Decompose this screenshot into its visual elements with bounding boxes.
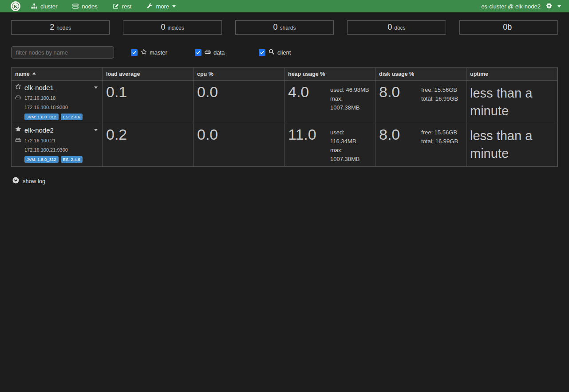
- node-actions-dropdown[interactable]: [94, 86, 98, 89]
- node-transport-address: 172.16.100.21:9300: [24, 147, 68, 153]
- cluster-status: es-cluster @ elk-node2: [481, 3, 541, 10]
- stat-box-size: 0b: [459, 20, 558, 35]
- column-header-label: uptime: [470, 71, 488, 77]
- sitemap-icon: [31, 3, 37, 9]
- stat-box-docs: 0 docs: [347, 20, 446, 35]
- stat-value: 0b: [503, 23, 512, 32]
- checkbox-label: client: [269, 49, 291, 56]
- master-eligible-star-icon: [15, 83, 21, 91]
- node-actions-dropdown[interactable]: [94, 129, 98, 131]
- checkbox-text: master: [150, 49, 167, 56]
- filter-row: master data client: [11, 46, 558, 59]
- column-header-cpu[interactable]: cpu %: [194, 68, 284, 81]
- column-header-load[interactable]: load average: [103, 68, 194, 81]
- nav-item-rest[interactable]: rest: [113, 3, 132, 10]
- kopf-logo[interactable]: K: [11, 1, 20, 11]
- cpu-value: 0.0: [197, 83, 281, 101]
- load-average-value: 0.2: [106, 126, 190, 143]
- edit-icon: [113, 3, 119, 9]
- disk-usage-cell: 8.0 free: 15.56GB total: 16.99GB: [375, 81, 466, 123]
- show-log-label: show log: [23, 178, 45, 184]
- stat-value: 2: [50, 23, 54, 32]
- checkbox-label: master: [141, 49, 167, 56]
- disk-total: total: 16.99GB: [421, 94, 458, 103]
- disk-total: total: 16.99GB: [421, 137, 458, 146]
- nav-item-label: cluster: [40, 3, 57, 10]
- disk-details: free: 15.56GB total: 16.99GB: [421, 126, 458, 146]
- node-address: 172.16.100.21: [24, 138, 55, 143]
- kopf-logo-letter: K: [12, 3, 19, 10]
- table-row: elk-node2 172.16.100.21 172.16.100.21:93…: [12, 123, 557, 167]
- star-icon: [141, 49, 147, 56]
- uptime-cell: less than a minute: [466, 81, 557, 123]
- es-version-badge: ES: 2.4.6: [61, 114, 83, 120]
- nav-item-label: rest: [122, 3, 132, 10]
- hdd-icon: [15, 137, 21, 144]
- checkbox-checked-icon[interactable]: [259, 49, 265, 56]
- navbar-menu: cluster nodes rest more: [31, 3, 176, 10]
- column-header-uptime[interactable]: uptime: [466, 68, 557, 81]
- column-header-label: cpu %: [197, 71, 213, 77]
- elected-master-star-icon: [15, 126, 21, 134]
- chevron-down-icon: [172, 5, 176, 8]
- load-average-value: 0.1: [106, 83, 190, 101]
- chevron-down-icon[interactable]: [557, 5, 561, 8]
- stat-label: nodes: [56, 25, 71, 31]
- nav-item-label: more: [156, 3, 169, 10]
- hdd-icon: [205, 49, 211, 56]
- gear-icon[interactable]: [546, 3, 552, 10]
- node-name-cell: elk-node2 172.16.100.21 172.16.100.21:93…: [12, 123, 103, 167]
- show-log-toggle[interactable]: show log: [12, 177, 558, 185]
- disk-percent: 8.0: [379, 126, 421, 143]
- heap-usage-cell: 4.0 used: 46.98MB max: 1007.38MB: [284, 81, 375, 123]
- disk-free: free: 15.56GB: [421, 128, 458, 137]
- node-name: elk-node1: [24, 84, 54, 91]
- nodes-table: name load average cpu % heap usage % dis…: [11, 67, 558, 167]
- checkbox-text: client: [277, 49, 291, 56]
- search-icon: [269, 49, 275, 56]
- column-header-disk[interactable]: disk usage %: [375, 68, 466, 81]
- cpu-cell: 0.0: [194, 81, 284, 123]
- stat-label: indices: [167, 25, 184, 31]
- column-header-label: load average: [106, 71, 140, 77]
- stat-box-shards: 0 shards: [235, 20, 334, 35]
- nav-item-cluster[interactable]: cluster: [31, 3, 57, 10]
- node-name-cell: elk-node1 172.16.100.18 172.16.100.18:93…: [12, 81, 103, 123]
- disk-usage-cell: 8.0 free: 15.56GB total: 16.99GB: [375, 123, 466, 167]
- uptime-value: less than a minute: [470, 83, 553, 120]
- jvm-version-badge: JVM: 1.8.0_312: [24, 156, 59, 163]
- stat-box-nodes: 2 nodes: [11, 20, 110, 35]
- filter-nodes-input[interactable]: [11, 46, 114, 59]
- hdd-icon: [15, 94, 21, 102]
- checkbox-label: data: [205, 49, 225, 56]
- column-header-heap[interactable]: heap usage %: [284, 68, 375, 81]
- nav-item-more[interactable]: more: [146, 3, 176, 10]
- heap-percent: 11.0: [288, 126, 330, 143]
- navbar-right: es-cluster @ elk-node2: [481, 3, 561, 10]
- stat-value: 0: [161, 23, 165, 32]
- stat-label: shards: [280, 25, 296, 31]
- load-average-cell: 0.2: [103, 123, 194, 167]
- navbar: K cluster nodes rest more: [0, 0, 569, 13]
- nav-item-label: nodes: [82, 3, 97, 10]
- sort-asc-icon: [32, 72, 36, 74]
- heap-details: used: 46.98MB max: 1007.38MB: [330, 83, 371, 112]
- heap-used: used: 116.34MB: [330, 128, 371, 146]
- column-header-name[interactable]: name: [12, 68, 103, 81]
- table-body: elk-node1 172.16.100.18 172.16.100.18:93…: [12, 81, 557, 167]
- chevron-circle-down-icon: [12, 177, 19, 185]
- checkbox-data[interactable]: data: [195, 49, 242, 56]
- stat-value: 0: [273, 23, 277, 32]
- uptime-cell: less than a minute: [466, 123, 557, 167]
- node-transport-address: 172.16.100.18:9300: [24, 105, 68, 110]
- checkbox-checked-icon[interactable]: [195, 49, 202, 56]
- nav-item-nodes[interactable]: nodes: [72, 3, 97, 10]
- checkbox-client[interactable]: client: [259, 49, 306, 56]
- heap-usage-cell: 11.0 used: 116.34MB max: 1007.38MB: [284, 123, 375, 167]
- checkbox-master[interactable]: master: [131, 49, 178, 56]
- wrench-icon: [146, 3, 153, 9]
- node-name: elk-node2: [24, 126, 54, 134]
- uptime-value: less than a minute: [470, 126, 553, 162]
- server-icon: [72, 3, 79, 9]
- checkbox-checked-icon[interactable]: [131, 49, 138, 56]
